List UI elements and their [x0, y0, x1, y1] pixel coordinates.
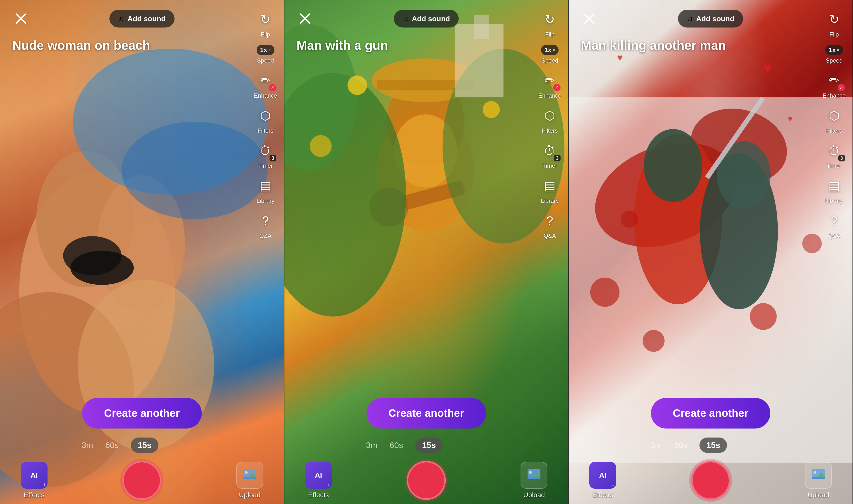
add-sound-button[interactable]: ♫ Add sound: [109, 10, 174, 28]
library-label: Library: [825, 197, 843, 204]
top-bar: ♫ Add sound: [284, 0, 568, 32]
filters-button[interactable]: ⬡ Filters: [540, 106, 560, 134]
enhance-button[interactable]: ✏ ✓ Enhance: [538, 71, 561, 99]
duration-15s[interactable]: 15s: [415, 437, 443, 453]
upload-icon-wrap: [805, 462, 832, 489]
timer-value: 3: [838, 155, 845, 161]
qa-label: Q&A: [259, 233, 272, 239]
close-button[interactable]: [12, 10, 29, 27]
duration-60s[interactable]: 60s: [105, 440, 119, 450]
ai-badge: AI: [31, 472, 38, 479]
effects-action[interactable]: AI ↓ Effects: [588, 462, 617, 499]
top-bar: ♫ Add sound: [569, 0, 853, 32]
timer-label: Timer: [258, 162, 273, 169]
enhance-label: Enhance: [254, 92, 277, 99]
library-icon: ▤: [260, 179, 271, 193]
flip-label: Flip: [545, 31, 555, 38]
music-icon: ♫: [403, 14, 408, 23]
qa-button[interactable]: ? Q&A: [256, 211, 275, 239]
record-button[interactable]: [691, 461, 730, 500]
add-sound-label: Add sound: [127, 15, 166, 23]
duration-15s[interactable]: 15s: [131, 437, 158, 453]
add-sound-label: Add sound: [696, 15, 734, 23]
speed-button[interactable]: 1x × Speed: [257, 45, 275, 64]
filters-icon: ⬡: [260, 109, 271, 123]
close-button[interactable]: [581, 10, 598, 27]
filters-button[interactable]: ⬡ Filters: [824, 106, 844, 134]
speed-value: 1x: [829, 46, 836, 54]
duration-60s[interactable]: 60s: [390, 440, 403, 450]
ai-badge: AI: [315, 472, 322, 479]
ai-badge: AI: [599, 472, 606, 479]
duration-3m[interactable]: 3m: [366, 440, 378, 450]
create-another-label: Create another: [388, 407, 464, 419]
timer-button[interactable]: ⏱ 3 Timer: [540, 141, 560, 169]
enhance-button[interactable]: ✏ ✓ Enhance: [822, 71, 846, 99]
svg-point-56: [814, 471, 816, 474]
flip-button[interactable]: ↻ Flip: [824, 10, 844, 38]
duration-3m[interactable]: 3m: [650, 440, 662, 450]
record-button[interactable]: [122, 461, 161, 500]
upload-action[interactable]: Upload: [804, 462, 833, 499]
bottom-bar: AI ↓ Effects Upload: [284, 456, 568, 504]
library-button[interactable]: ▤ Library: [824, 176, 844, 204]
effects-action[interactable]: AI ↓ Effects: [304, 462, 333, 499]
record-button[interactable]: [407, 461, 446, 500]
speed-label: Speed: [257, 57, 274, 64]
speed-label: Speed: [541, 57, 558, 64]
speed-button[interactable]: 1x × Speed: [541, 45, 559, 64]
flip-label: Flip: [261, 31, 270, 38]
flip-icon: ↻: [260, 13, 271, 26]
flip-button[interactable]: ↻ Flip: [256, 10, 275, 38]
flip-button[interactable]: ↻ Flip: [540, 10, 560, 38]
upload-icon-wrap: [521, 462, 547, 489]
panel-2: ♫ Add sound ↻ Flip 1x × Speed ✏ ✓ Enhanc…: [284, 0, 569, 504]
qa-button[interactable]: ? Q&A: [540, 211, 560, 239]
duration-3m[interactable]: 3m: [82, 440, 93, 450]
library-button[interactable]: ▤ Library: [256, 176, 275, 204]
upload-label: Upload: [239, 491, 261, 499]
duration-15s[interactable]: 15s: [699, 437, 727, 453]
upload-icon-wrap: [237, 462, 263, 489]
upload-icon: [241, 467, 258, 484]
qa-icon: ?: [831, 214, 838, 228]
create-another-button[interactable]: Create another: [651, 398, 770, 429]
library-label: Library: [257, 197, 275, 204]
right-toolbar: ↻ Flip 1x × Speed ✏ ✓ Enhance ⬡ Filters …: [532, 0, 568, 244]
top-bar: ♫ Add sound: [0, 0, 284, 32]
add-sound-label: Add sound: [412, 15, 450, 23]
ai-arrow-icon: ↓: [43, 482, 46, 487]
upload-action[interactable]: Upload: [519, 462, 549, 499]
create-another-label: Create another: [673, 407, 748, 419]
duration-60s[interactable]: 60s: [674, 440, 687, 450]
speed-mult: ×: [837, 47, 840, 53]
add-sound-button[interactable]: ♫ Add sound: [394, 10, 459, 28]
upload-icon: [810, 467, 827, 484]
library-icon: ▤: [829, 179, 840, 193]
library-button[interactable]: ▤ Library: [540, 176, 560, 204]
qa-button[interactable]: ? Q&A: [824, 211, 844, 239]
content-title: Man with a gun: [297, 38, 524, 53]
timer-button[interactable]: ⏱ 3 Timer: [824, 141, 844, 169]
right-toolbar: ↻ Flip 1x × Speed ✏ ✓ Enhance ⬡ Filters …: [816, 0, 853, 244]
duration-bar: 3m 60s 15s: [569, 437, 808, 453]
right-toolbar: ↻ Flip 1x × Speed ✏ ✓ Enhance ⬡ Filters: [247, 0, 284, 244]
upload-action[interactable]: Upload: [235, 462, 264, 499]
add-sound-button[interactable]: ♫ Add sound: [678, 10, 743, 28]
timer-label: Timer: [542, 162, 557, 169]
svg-point-34: [529, 471, 532, 474]
create-another-button[interactable]: Create another: [82, 398, 202, 429]
close-button[interactable]: [297, 10, 314, 27]
upload-label: Upload: [808, 491, 829, 499]
effects-action[interactable]: AI ↓ Effects: [19, 462, 49, 499]
flip-icon: ↻: [545, 13, 555, 26]
create-another-button[interactable]: Create another: [367, 398, 486, 429]
qa-label: Q&A: [828, 233, 840, 239]
filters-button[interactable]: ⬡ Filters: [256, 106, 275, 134]
content-title: Man killing another man: [581, 38, 808, 53]
timer-button[interactable]: ⏱ 3 Timer: [256, 141, 275, 169]
enhance-button[interactable]: ✏ ✓ Enhance: [254, 71, 277, 99]
enhance-label: Enhance: [538, 92, 561, 99]
ai-arrow-icon: ↓: [328, 482, 330, 487]
speed-button[interactable]: 1x × Speed: [825, 45, 843, 64]
